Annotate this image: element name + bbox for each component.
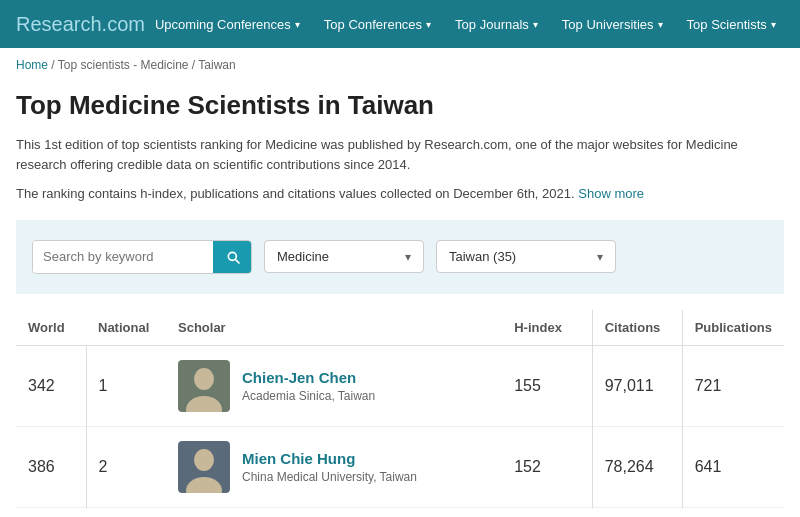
chevron-down-icon: ▾: [426, 19, 431, 30]
filter-bar: Medicine ▾ Taiwan (35) ▾: [16, 220, 784, 294]
chevron-down-icon: ▾: [597, 250, 603, 264]
scholar-cell: Chien-Jen Chen Academia Sinica, Taiwan: [166, 345, 502, 426]
navbar: Research.com Upcoming Conferences ▾ Top …: [0, 0, 800, 48]
main-content: Top Medicine Scientists in Taiwan This 1…: [0, 82, 800, 517]
citations-cell: 97,011: [592, 345, 682, 426]
col-header-scholar: Scholar: [166, 310, 502, 346]
publications-cell: 641: [682, 426, 784, 507]
scholar-affiliation: Academia Sinica, Taiwan: [242, 389, 375, 403]
scholar-name-link[interactable]: Chien-Jen Chen: [242, 369, 356, 386]
nav-links: Upcoming Conferences ▾ Top Conferences ▾…: [145, 13, 786, 36]
description-2: The ranking contains h-index, publicatio…: [16, 184, 784, 204]
table-body: 342 1 Chien-Jen Chen Academia Sinica, Ta…: [16, 345, 784, 507]
breadcrumb: Home / Top scientists - Medicine / Taiwa…: [0, 48, 800, 82]
rank-national: 1: [86, 345, 166, 426]
hindex-cell: 155: [502, 345, 592, 426]
col-header-publications: Publications: [682, 310, 784, 346]
search-wrapper: [32, 240, 252, 274]
nav-item-top-universities[interactable]: Top Universities ▾: [552, 13, 673, 36]
search-input[interactable]: [33, 241, 213, 272]
show-more-link[interactable]: Show more: [578, 186, 644, 201]
chevron-down-icon: ▾: [533, 19, 538, 30]
brand-logo[interactable]: Research.com: [16, 13, 145, 36]
breadcrumb-home[interactable]: Home: [16, 58, 48, 72]
col-header-hindex: H-index: [502, 310, 592, 346]
page-title: Top Medicine Scientists in Taiwan: [16, 90, 784, 121]
rank-world: 342: [16, 345, 86, 426]
svg-point-4: [194, 449, 214, 471]
scholar-name-link[interactable]: Mien Chie Hung: [242, 450, 355, 467]
brand-text-dot: .com: [102, 13, 145, 35]
chevron-down-icon: ▾: [658, 19, 663, 30]
country-dropdown[interactable]: Taiwan (35) ▾: [436, 240, 616, 273]
breadcrumb-section: Top scientists - Medicine / Taiwan: [58, 58, 236, 72]
svg-point-1: [194, 368, 214, 390]
description-1: This 1st edition of top scientists ranki…: [16, 135, 784, 174]
avatar: [178, 441, 230, 493]
nav-item-upcoming-conferences[interactable]: Upcoming Conferences ▾: [145, 13, 310, 36]
scholars-table: World National Scholar H-index Citations…: [16, 310, 784, 508]
search-button[interactable]: [213, 241, 252, 273]
brand-text-main: Research: [16, 13, 102, 35]
chevron-down-icon: ▾: [771, 19, 776, 30]
table-row: 342 1 Chien-Jen Chen Academia Sinica, Ta…: [16, 345, 784, 426]
hindex-cell: 152: [502, 426, 592, 507]
table-row: 386 2 Mien Chie Hung China Medical Unive…: [16, 426, 784, 507]
col-header-world: World: [16, 310, 86, 346]
rank-world: 386: [16, 426, 86, 507]
citations-cell: 78,264: [592, 426, 682, 507]
field-dropdown[interactable]: Medicine ▾: [264, 240, 424, 273]
search-icon: [225, 249, 241, 265]
chevron-down-icon: ▾: [405, 250, 411, 264]
nav-item-top-scientists[interactable]: Top Scientists ▾: [677, 13, 786, 36]
table-header: World National Scholar H-index Citations…: [16, 310, 784, 346]
col-header-national: National: [86, 310, 166, 346]
scholar-affiliation: China Medical University, Taiwan: [242, 470, 417, 484]
avatar: [178, 360, 230, 412]
nav-item-top-conferences[interactable]: Top Conferences ▾: [314, 13, 441, 36]
scholar-cell: Mien Chie Hung China Medical University,…: [166, 426, 502, 507]
chevron-down-icon: ▾: [295, 19, 300, 30]
publications-cell: 721: [682, 345, 784, 426]
rank-national: 2: [86, 426, 166, 507]
col-header-citations: Citations: [592, 310, 682, 346]
nav-item-top-journals[interactable]: Top Journals ▾: [445, 13, 548, 36]
scholars-table-container: World National Scholar H-index Citations…: [16, 310, 784, 508]
